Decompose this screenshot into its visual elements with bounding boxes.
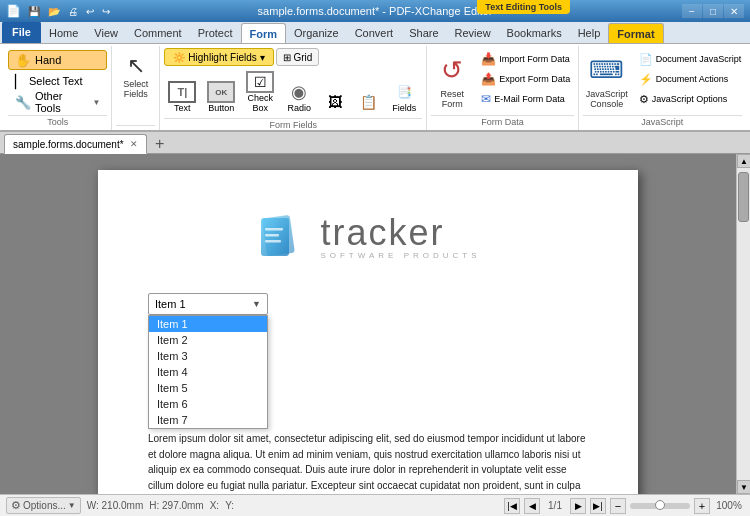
options-icon: ⚙ xyxy=(11,499,21,512)
javascript-console-button[interactable]: ⌨ JavaScript Console xyxy=(583,50,631,112)
y-coord-label: Y: xyxy=(225,500,234,511)
list-field-button[interactable]: 📋 xyxy=(353,88,383,116)
grid-button[interactable]: ⊞ Grid xyxy=(276,48,320,66)
tab-comment[interactable]: Comment xyxy=(126,23,190,43)
form-fields-group-label: Form Fields xyxy=(164,118,422,131)
js-options-icon: ⚙ xyxy=(639,93,649,106)
document-page: tracker SOFTWARE PRODUCTS Item 1 ▼ Item … xyxy=(98,170,638,494)
highlight-fields-button[interactable]: 🔆 Highlight Fields ▾ xyxy=(164,48,273,66)
dropdown-item-1[interactable]: Item 1 xyxy=(149,316,267,332)
tools-group-label: Tools xyxy=(8,115,107,128)
zoom-slider-thumb[interactable] xyxy=(655,500,665,510)
tab-protect[interactable]: Protect xyxy=(190,23,241,43)
doc-actions-icon: ⚡ xyxy=(639,73,653,86)
highlight-icon: 🔆 xyxy=(173,52,185,63)
zoom-out-button[interactable]: − xyxy=(610,498,626,514)
email-icon: ✉ xyxy=(481,92,491,106)
close-button[interactable]: ✕ xyxy=(724,4,744,18)
hand-icon: ✋ xyxy=(15,53,31,68)
select-text-button[interactable]: ▏ Select Text xyxy=(8,71,107,91)
save-icon[interactable]: 💾 xyxy=(25,5,43,18)
dropdown-list: Item 1 Item 2 Item 3 Item 4 Item 5 Item … xyxy=(148,315,268,429)
scrollbar-track[interactable] xyxy=(737,168,750,480)
javascript-group-label: JavaScript xyxy=(583,115,742,128)
maximize-button[interactable]: □ xyxy=(703,4,723,18)
dropdown-selected-value: Item 1 xyxy=(155,298,186,310)
tab-organize[interactable]: Organize xyxy=(286,23,347,43)
last-page-button[interactable]: ▶| xyxy=(590,498,606,514)
print-icon[interactable]: 🖨 xyxy=(65,5,81,18)
prev-page-button[interactable]: ◀ xyxy=(524,498,540,514)
dropdown-item-3[interactable]: Item 3 xyxy=(149,348,267,364)
other-tools-button[interactable]: 🔧 Other Tools ▼ xyxy=(8,92,107,112)
close-tab-icon[interactable]: ✕ xyxy=(130,139,138,149)
minimize-button[interactable]: − xyxy=(682,4,702,18)
svg-rect-1 xyxy=(261,218,289,256)
redo-icon[interactable]: ↪ xyxy=(99,5,113,18)
tab-bookmarks[interactable]: Bookmarks xyxy=(499,23,570,43)
text-field-button[interactable]: T| Text xyxy=(164,78,200,116)
tab-view[interactable]: View xyxy=(86,23,126,43)
form-data-group-label: Form Data xyxy=(431,115,573,128)
svg-rect-2 xyxy=(265,228,283,231)
zoom-in-button[interactable]: + xyxy=(694,498,710,514)
document-tab[interactable]: sample.forms.document* ✕ xyxy=(4,134,147,154)
doc-width: W: 210.0mm xyxy=(87,500,144,511)
add-tab-button[interactable]: + xyxy=(151,135,169,153)
select-text-icon: ▏ xyxy=(15,74,25,89)
hand-button[interactable]: ✋ Hand xyxy=(8,50,107,70)
tab-review[interactable]: Review xyxy=(447,23,499,43)
logo-text-area: tracker SOFTWARE PRODUCTS xyxy=(320,215,480,260)
dropdown-item-2[interactable]: Item 2 xyxy=(149,332,267,348)
tab-form[interactable]: Form xyxy=(241,23,287,43)
checkbox-field-button[interactable]: ☑ Check Box xyxy=(242,68,278,116)
dropdown-item-5[interactable]: Item 5 xyxy=(149,380,267,396)
select-fields-button[interactable]: ↖ Select Fields xyxy=(116,50,155,102)
doc-height: H: 297.0mm xyxy=(149,500,203,511)
dropdown-item-7[interactable]: Item 7 xyxy=(149,412,267,428)
next-page-button[interactable]: ▶ xyxy=(570,498,586,514)
undo-icon[interactable]: ↩ xyxy=(83,5,97,18)
tab-file[interactable]: File xyxy=(2,21,41,43)
form-fields-group: 🔆 Highlight Fields ▾ ⊞ Grid T| Text OK B… xyxy=(160,46,427,130)
tab-help[interactable]: Help xyxy=(570,23,609,43)
dropdown-item-6[interactable]: Item 6 xyxy=(149,396,267,412)
document-javascript-button[interactable]: 📄 Document JavaScript xyxy=(634,50,747,68)
dropdown-trigger[interactable]: Item 1 ▼ xyxy=(148,293,268,315)
quick-access-toolbar: 💾 📂 🖨 ↩ ↪ xyxy=(25,5,113,18)
tab-format[interactable]: Format xyxy=(608,23,663,43)
image-field-button[interactable]: 🖼 xyxy=(320,88,350,116)
radio-field-button[interactable]: ◉ Radio xyxy=(281,78,317,116)
tab-share[interactable]: Share xyxy=(401,23,446,43)
status-bar: ⚙ Options... ▼ W: 210.0mm H: 297.0mm X: … xyxy=(0,494,750,516)
reset-form-button[interactable]: ↺ Reset Form xyxy=(431,50,473,112)
zoom-level: 100% xyxy=(714,500,744,511)
other-tools-dropdown-icon: ▼ xyxy=(92,98,100,107)
text-editing-tools-label: Text Editing Tools xyxy=(477,0,570,14)
document-content-area[interactable]: tracker SOFTWARE PRODUCTS Item 1 ▼ Item … xyxy=(0,154,736,494)
vertical-scrollbar[interactable]: ▲ ▼ xyxy=(736,154,750,494)
options-button[interactable]: ⚙ Options... ▼ xyxy=(6,497,81,514)
export-form-data-button[interactable]: 📤 Export Form Data xyxy=(476,70,575,88)
tracker-logo-icon xyxy=(255,210,310,265)
svg-rect-3 xyxy=(265,234,279,237)
tab-home[interactable]: Home xyxy=(41,23,86,43)
first-page-button[interactable]: |◀ xyxy=(504,498,520,514)
import-form-data-button[interactable]: 📥 Import Form Data xyxy=(476,50,575,68)
dropdown-item-4[interactable]: Item 4 xyxy=(149,364,267,380)
dropdown-wrapper: Item 1 ▼ Item 1 Item 2 Item 3 Item 4 Ite… xyxy=(148,293,268,315)
scrollbar-thumb[interactable] xyxy=(738,172,749,222)
tab-convert[interactable]: Convert xyxy=(347,23,402,43)
button-field-button[interactable]: OK Button xyxy=(203,78,239,116)
open-icon[interactable]: 📂 xyxy=(45,5,63,18)
javascript-options-button[interactable]: ⚙ JavaScript Options xyxy=(634,90,747,108)
body-text-1: Lorem ipsum dolor sit amet, consectetur … xyxy=(148,431,588,494)
scroll-up-button[interactable]: ▲ xyxy=(737,154,750,168)
scroll-down-button[interactable]: ▼ xyxy=(737,480,750,494)
grid-icon: ⊞ xyxy=(283,52,291,63)
zoom-slider[interactable] xyxy=(630,503,690,509)
export-icon: 📤 xyxy=(481,72,496,86)
fields-button[interactable]: 📑 Fields xyxy=(386,78,422,116)
email-form-data-button[interactable]: ✉ E-Mail Form Data xyxy=(476,90,575,108)
document-actions-button[interactable]: ⚡ Document Actions xyxy=(634,70,747,88)
